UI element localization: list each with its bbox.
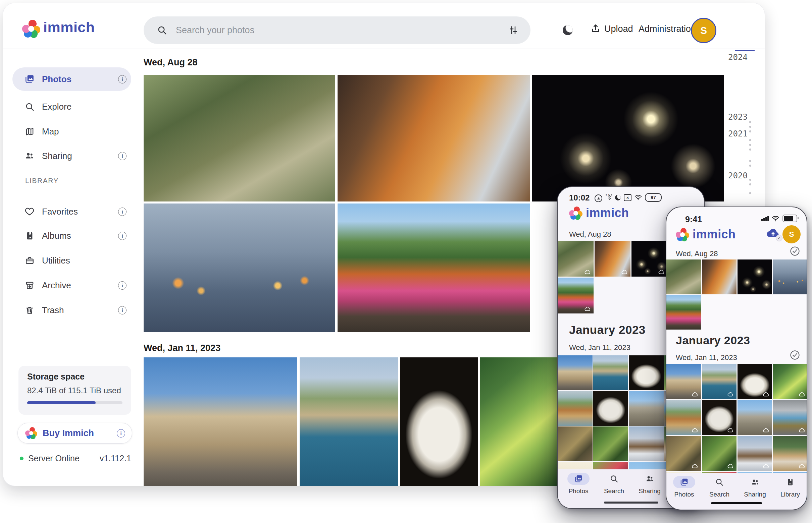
photo-thumbnail[interactable] bbox=[558, 241, 593, 276]
dark-mode-toggle-moon-icon[interactable] bbox=[562, 24, 574, 36]
photo-thumbnail[interactable] bbox=[667, 259, 701, 294]
cloud-backup-icon bbox=[727, 463, 734, 469]
info-icon[interactable] bbox=[118, 75, 126, 84]
scrubber-position-indicator[interactable] bbox=[735, 50, 755, 51]
status-time: 9:41 bbox=[685, 215, 702, 224]
photo-thumbnail[interactable] bbox=[629, 391, 664, 426]
status-time: 10:02 bbox=[569, 193, 589, 202]
photo-thumbnail[interactable] bbox=[629, 355, 664, 390]
administration-link[interactable]: Administration bbox=[639, 24, 696, 34]
photo-thumbnail[interactable] bbox=[702, 436, 737, 471]
nav-tab-sharing[interactable]: Sharing bbox=[633, 473, 667, 495]
upload-button[interactable]: Upload bbox=[604, 24, 633, 34]
select-all-check-icon[interactable] bbox=[790, 246, 800, 256]
scrubber-year-2021[interactable]: 2021 bbox=[725, 129, 750, 139]
photo-thumbnail[interactable] bbox=[667, 400, 701, 435]
nav-tab-search[interactable]: Search bbox=[703, 476, 736, 498]
nav-tab-label: Photos bbox=[674, 491, 694, 498]
photo-thumbnail[interactable] bbox=[338, 75, 530, 201]
info-icon[interactable] bbox=[118, 152, 126, 160]
info-icon[interactable] bbox=[118, 281, 126, 290]
search-bar[interactable] bbox=[144, 16, 531, 44]
photo-thumbnail[interactable] bbox=[144, 75, 335, 201]
photo-thumbnail[interactable] bbox=[702, 364, 737, 399]
photo-thumbnail[interactable] bbox=[667, 364, 701, 399]
scrubber-year-2020[interactable]: 2020 bbox=[725, 171, 750, 180]
battery-icon bbox=[782, 215, 797, 222]
date-group-header: Wed, Aug 28 bbox=[144, 57, 197, 68]
photo-thumbnail[interactable] bbox=[738, 364, 772, 399]
photo-thumbnail[interactable] bbox=[400, 357, 478, 486]
select-all-check-icon[interactable] bbox=[790, 350, 800, 360]
info-icon[interactable] bbox=[117, 429, 125, 437]
cloud-backup-icon bbox=[584, 306, 591, 311]
photo-thumbnail[interactable] bbox=[773, 400, 807, 435]
sidebar-item-photos[interactable]: Photos bbox=[13, 67, 131, 91]
photo-thumbnail[interactable] bbox=[629, 427, 664, 461]
sidebar-item-label: Explore bbox=[42, 102, 71, 112]
server-status-label: Server Online bbox=[28, 454, 80, 463]
cloud-backup-icon bbox=[727, 428, 734, 433]
nav-tab-search[interactable]: Search bbox=[597, 473, 631, 495]
scrubber-year-2023[interactable]: 2023 bbox=[725, 112, 750, 122]
photo-thumbnail[interactable] bbox=[144, 203, 335, 332]
photo-thumbnail[interactable] bbox=[558, 277, 593, 313]
photo-thumbnail[interactable] bbox=[593, 355, 628, 390]
photo-thumbnail[interactable] bbox=[593, 391, 628, 426]
sidebar-item-sharing[interactable]: Sharing bbox=[13, 146, 131, 165]
nav-tab-photos[interactable]: Photos bbox=[562, 473, 595, 495]
nav-tab-label: Library bbox=[780, 491, 800, 498]
photo-thumbnail[interactable] bbox=[532, 75, 724, 201]
search-input[interactable] bbox=[175, 25, 508, 36]
user-avatar[interactable]: S bbox=[691, 18, 716, 43]
sidebar-item-albums[interactable]: Albums bbox=[13, 226, 131, 245]
nav-tab-label: Photos bbox=[568, 487, 588, 495]
photo-thumbnail[interactable] bbox=[144, 357, 297, 486]
photo-thumbnail[interactable] bbox=[480, 357, 558, 486]
photo-thumbnail[interactable] bbox=[558, 391, 592, 426]
server-version: v1.112.1 bbox=[100, 454, 131, 463]
photo-thumbnail[interactable] bbox=[738, 436, 772, 471]
photo-thumbnail[interactable] bbox=[558, 355, 592, 390]
sidebar-item-archive[interactable]: Archive bbox=[13, 276, 131, 295]
info-icon[interactable] bbox=[118, 208, 126, 216]
scrubber-tick bbox=[749, 160, 751, 162]
sidebar-item-explore[interactable]: Explore bbox=[13, 97, 131, 116]
online-status-dot bbox=[20, 457, 23, 460]
user-avatar[interactable]: S bbox=[782, 225, 800, 244]
info-icon[interactable] bbox=[118, 306, 126, 314]
photos-icon bbox=[673, 476, 695, 488]
photo-thumbnail[interactable] bbox=[773, 436, 807, 471]
filter-tune-icon[interactable] bbox=[508, 25, 518, 35]
nav-tab-sharing[interactable]: Sharing bbox=[738, 476, 772, 498]
photo-thumbnail[interactable] bbox=[738, 259, 772, 294]
photo-thumbnail[interactable] bbox=[594, 241, 630, 276]
scrubber-year-2024[interactable]: 2024 bbox=[725, 53, 750, 62]
photo-thumbnail[interactable] bbox=[632, 241, 668, 276]
photo-thumbnail[interactable] bbox=[667, 436, 701, 471]
info-icon[interactable] bbox=[118, 232, 126, 240]
sidebar-item-trash[interactable]: Trash bbox=[13, 301, 131, 320]
storage-title: Storage space bbox=[27, 372, 85, 381]
sidebar-item-map[interactable]: Map bbox=[13, 122, 131, 141]
backup-cloud-icon[interactable]: ✓ bbox=[766, 227, 780, 240]
cloud-backup-icon bbox=[798, 392, 806, 397]
nav-tab-library[interactable]: Library bbox=[773, 476, 807, 498]
sidebar-item-utilities[interactable]: Utilities bbox=[13, 251, 131, 270]
upload-icon[interactable] bbox=[590, 23, 601, 34]
nav-tab-photos[interactable]: Photos bbox=[668, 476, 701, 498]
scrubber-tick bbox=[749, 121, 751, 123]
photo-thumbnail[interactable] bbox=[338, 203, 530, 332]
photo-thumbnail[interactable] bbox=[738, 400, 772, 435]
photo-thumbnail[interactable] bbox=[702, 259, 737, 294]
photo-thumbnail[interactable] bbox=[300, 357, 398, 486]
photo-thumbnail[interactable] bbox=[667, 295, 701, 329]
photo-thumbnail[interactable] bbox=[773, 364, 807, 399]
sidebar-item-favorites[interactable]: Favorites bbox=[13, 202, 131, 221]
storage-usage-text: 82.4 TiB of 115.1 TiB used bbox=[27, 386, 121, 395]
photo-thumbnail[interactable] bbox=[558, 427, 592, 461]
photo-thumbnail[interactable] bbox=[702, 400, 737, 435]
photo-thumbnail[interactable] bbox=[593, 427, 628, 461]
photo-thumbnail[interactable] bbox=[773, 259, 807, 294]
buy-immich-button[interactable]: Buy Immich bbox=[17, 423, 132, 444]
